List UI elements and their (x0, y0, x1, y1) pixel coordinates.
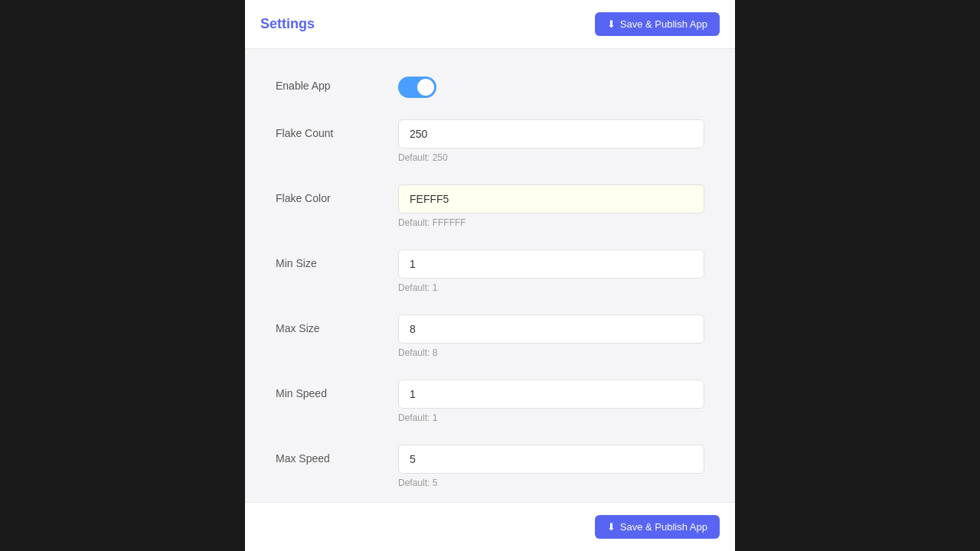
enable-app-label: Enable App (276, 72, 398, 92)
flake-count-control: Default: 250 (398, 119, 704, 163)
flake-color-hint: Default: FFFFFF (398, 217, 704, 228)
save-publish-label-top: Save & Publish App (620, 18, 707, 30)
save-icon-bottom: ⬇ (607, 521, 616, 533)
max-size-label: Max Size (276, 315, 398, 334)
max-size-control: Default: 8 (398, 315, 704, 358)
save-publish-button-bottom[interactable]: ⬇ Save & Publish App (595, 515, 720, 539)
min-size-hint: Default: 1 (398, 282, 704, 293)
min-size-input[interactable] (398, 249, 704, 279)
header: Settings ⬇ Save & Publish App (245, 0, 735, 49)
save-icon-top: ⬇ (607, 18, 616, 30)
flake-color-control: Default: FFFFFF (398, 184, 704, 228)
min-speed-control: Default: 1 (398, 380, 704, 423)
enable-app-toggle[interactable] (398, 77, 436, 98)
flake-count-input[interactable] (398, 119, 704, 148)
toggle-wrapper (398, 72, 704, 98)
save-publish-button-top[interactable]: ⬇ Save & Publish App (595, 12, 720, 36)
min-size-label: Min Size (276, 249, 398, 269)
max-size-hint: Default: 8 (398, 347, 704, 358)
min-speed-row: Min Speed Default: 1 (276, 380, 704, 423)
flake-color-row: Flake Color Default: FFFFFF (276, 184, 704, 228)
toggle-slider (398, 77, 436, 98)
min-size-row: Min Size Default: 1 (276, 249, 704, 293)
page-wrapper: Settings ⬇ Save & Publish App Enable App (0, 0, 980, 551)
save-publish-label-bottom: Save & Publish App (620, 521, 707, 533)
left-panel (0, 0, 245, 551)
flake-count-row: Flake Count Default: 250 (276, 119, 704, 163)
max-speed-control: Default: 5 (398, 445, 704, 488)
max-speed-input[interactable] (398, 445, 704, 474)
right-panel (735, 0, 980, 551)
max-size-row: Max Size Default: 8 (276, 315, 704, 358)
content-area: Enable App Flake Count Default: 250 (245, 49, 735, 502)
main-content: Settings ⬇ Save & Publish App Enable App (245, 0, 735, 551)
min-size-control: Default: 1 (398, 249, 704, 293)
flake-count-hint: Default: 250 (398, 152, 704, 163)
footer: ⬇ Save & Publish App (245, 502, 735, 551)
min-speed-hint: Default: 1 (398, 412, 704, 423)
min-speed-label: Min Speed (276, 380, 398, 399)
page-title: Settings (260, 16, 315, 32)
flake-color-label: Flake Color (276, 184, 398, 204)
min-speed-input[interactable] (398, 380, 704, 409)
flake-count-label: Flake Count (276, 119, 398, 139)
enable-app-row: Enable App (276, 72, 704, 98)
max-speed-hint: Default: 5 (398, 478, 704, 488)
flake-color-input[interactable] (398, 184, 704, 214)
enable-app-control (398, 72, 704, 98)
max-speed-label: Max Speed (276, 445, 398, 465)
max-speed-row: Max Speed Default: 5 (276, 445, 704, 488)
max-size-input[interactable] (398, 315, 704, 344)
